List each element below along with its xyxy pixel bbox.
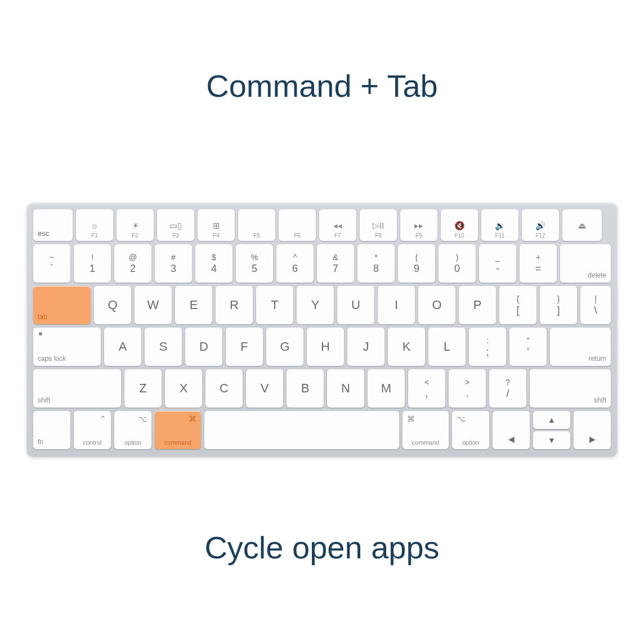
brightness-up-icon: ☀ bbox=[132, 221, 139, 230]
key-7[interactable]: &7 bbox=[317, 244, 354, 283]
key-x[interactable]: X bbox=[165, 369, 202, 408]
option-icon: ⌥ bbox=[138, 414, 147, 423]
key-delete[interactable]: delete bbox=[560, 244, 611, 283]
key-return[interactable]: return bbox=[550, 328, 611, 366]
key-t[interactable]: T bbox=[256, 286, 293, 324]
key-arrow-up[interactable]: ▲ bbox=[533, 411, 570, 429]
option-icon: ⌥ bbox=[457, 414, 466, 423]
key-command-left[interactable]: ⌘command bbox=[155, 411, 201, 449]
key-backtick[interactable]: ~` bbox=[33, 244, 70, 283]
key-4[interactable]: $4 bbox=[195, 244, 232, 283]
key-b[interactable]: B bbox=[287, 369, 324, 408]
play-pause-icon: ▷II bbox=[373, 221, 384, 230]
fast-forward-icon: ▸▸ bbox=[414, 221, 423, 230]
eject-icon: ⏏ bbox=[578, 221, 586, 230]
key-backslash[interactable]: |\ bbox=[580, 286, 611, 324]
caps-led-icon bbox=[39, 332, 42, 336]
key-9[interactable]: (9 bbox=[398, 244, 435, 283]
z-row: shift Z X C V B N M <, >. ?/ shift bbox=[33, 369, 611, 408]
fn-row: esc ☼F1 ☀F2 ▭▯F3 ⊞F4 F5 F6 ◂◂F7 ▷IIF8 ▸▸… bbox=[33, 209, 611, 241]
key-8[interactable]: *8 bbox=[357, 244, 395, 283]
key-2[interactable]: @2 bbox=[114, 244, 151, 283]
key-i[interactable]: I bbox=[378, 286, 415, 324]
key-1[interactable]: !1 bbox=[74, 244, 111, 283]
key-shift-right[interactable]: shift bbox=[530, 369, 611, 408]
key-a[interactable]: A bbox=[104, 328, 141, 366]
key-f7[interactable]: ◂◂F7 bbox=[319, 209, 356, 241]
bottom-row: fn ⌃control ⌥option ⌘command ⌘command ⌥o… bbox=[33, 411, 611, 449]
key-q[interactable]: Q bbox=[94, 286, 131, 324]
key-quote[interactable]: "' bbox=[509, 328, 547, 366]
key-arrow-down[interactable]: ▼ bbox=[533, 431, 570, 449]
key-s[interactable]: S bbox=[145, 328, 182, 366]
control-icon: ⌃ bbox=[100, 414, 106, 423]
key-f8[interactable]: ▷IIF8 bbox=[360, 209, 397, 241]
key-comma[interactable]: <, bbox=[408, 369, 445, 408]
key-bracket-left[interactable]: {[ bbox=[499, 286, 536, 324]
key-3[interactable]: #3 bbox=[155, 244, 192, 283]
shortcut-caption: Cycle open apps bbox=[0, 529, 644, 566]
key-bracket-right[interactable]: }] bbox=[540, 286, 577, 324]
key-j[interactable]: J bbox=[347, 328, 384, 366]
key-v[interactable]: V bbox=[246, 369, 283, 408]
volume-up-icon: 🔊 bbox=[535, 221, 546, 230]
key-slash[interactable]: ?/ bbox=[489, 369, 526, 408]
key-option-right[interactable]: ⌥option bbox=[452, 411, 489, 449]
key-arrow-right[interactable]: ▶ bbox=[574, 411, 611, 449]
key-shift-left[interactable]: shift bbox=[33, 369, 121, 408]
key-caps-lock[interactable]: caps lock bbox=[33, 328, 101, 366]
key-f10[interactable]: 🔇F10 bbox=[441, 209, 478, 241]
key-l[interactable]: L bbox=[428, 328, 466, 366]
key-esc[interactable]: esc bbox=[33, 209, 73, 241]
command-icon: ⌘ bbox=[189, 414, 196, 423]
key-f11[interactable]: 🔉F11 bbox=[481, 209, 518, 241]
key-n[interactable]: N bbox=[327, 369, 364, 408]
key-u[interactable]: U bbox=[337, 286, 374, 324]
key-f[interactable]: F bbox=[226, 328, 263, 366]
key-k[interactable]: K bbox=[388, 328, 425, 366]
key-tab[interactable]: tab bbox=[33, 286, 91, 324]
number-row: ~` !1 @2 #3 $4 %5 ^6 &7 *8 (9 )0 _- += d… bbox=[33, 244, 611, 283]
key-f9[interactable]: ▸▸F9 bbox=[400, 209, 437, 241]
key-arrow-left[interactable]: ◀ bbox=[493, 411, 530, 449]
key-option-left[interactable]: ⌥option bbox=[114, 411, 151, 449]
key-6[interactable]: ^6 bbox=[276, 244, 314, 283]
key-f2[interactable]: ☀F2 bbox=[117, 209, 154, 241]
key-p[interactable]: P bbox=[459, 286, 496, 324]
key-e[interactable]: E bbox=[175, 286, 212, 324]
key-f12[interactable]: 🔊F12 bbox=[522, 209, 559, 241]
key-m[interactable]: M bbox=[368, 369, 405, 408]
key-g[interactable]: G bbox=[266, 328, 303, 366]
key-d[interactable]: D bbox=[185, 328, 222, 366]
key-o[interactable]: O bbox=[418, 286, 455, 324]
volume-down-icon: 🔉 bbox=[495, 221, 506, 230]
key-c[interactable]: C bbox=[205, 369, 243, 408]
key-semicolon[interactable]: :; bbox=[469, 328, 506, 366]
brightness-down-icon: ☼ bbox=[91, 221, 99, 230]
key-h[interactable]: H bbox=[307, 328, 344, 366]
key-z[interactable]: Z bbox=[124, 369, 162, 408]
key-f4[interactable]: ⊞F4 bbox=[198, 209, 235, 241]
key-f3[interactable]: ▭▯F3 bbox=[157, 209, 194, 241]
key-space[interactable] bbox=[204, 411, 399, 449]
mute-icon: 🔇 bbox=[454, 221, 465, 230]
a-row: caps lock A S D F G H J K L :; "' return bbox=[33, 328, 611, 366]
key-f5[interactable]: F5 bbox=[238, 209, 275, 241]
key-period[interactable]: >. bbox=[449, 369, 486, 408]
key-minus[interactable]: _- bbox=[479, 244, 516, 283]
key-w[interactable]: W bbox=[135, 286, 172, 324]
key-f6[interactable]: F6 bbox=[279, 209, 316, 241]
rewind-icon: ◂◂ bbox=[333, 221, 342, 230]
key-eject[interactable]: ⏏ bbox=[562, 209, 602, 241]
key-fn[interactable]: fn bbox=[33, 411, 70, 449]
key-control[interactable]: ⌃control bbox=[74, 411, 111, 449]
key-5[interactable]: %5 bbox=[236, 244, 273, 283]
keyboard: esc ☼F1 ☀F2 ▭▯F3 ⊞F4 F5 F6 ◂◂F7 ▷IIF8 ▸▸… bbox=[26, 203, 618, 457]
key-r[interactable]: R bbox=[216, 286, 253, 324]
q-row: tab Q W E R T Y U I O P {[ }] |\ bbox=[33, 286, 611, 324]
key-0[interactable]: )0 bbox=[439, 244, 476, 283]
key-command-right[interactable]: ⌘command bbox=[402, 411, 449, 449]
key-equals[interactable]: += bbox=[520, 244, 557, 283]
key-y[interactable]: Y bbox=[297, 286, 334, 324]
key-f1[interactable]: ☼F1 bbox=[76, 209, 113, 241]
